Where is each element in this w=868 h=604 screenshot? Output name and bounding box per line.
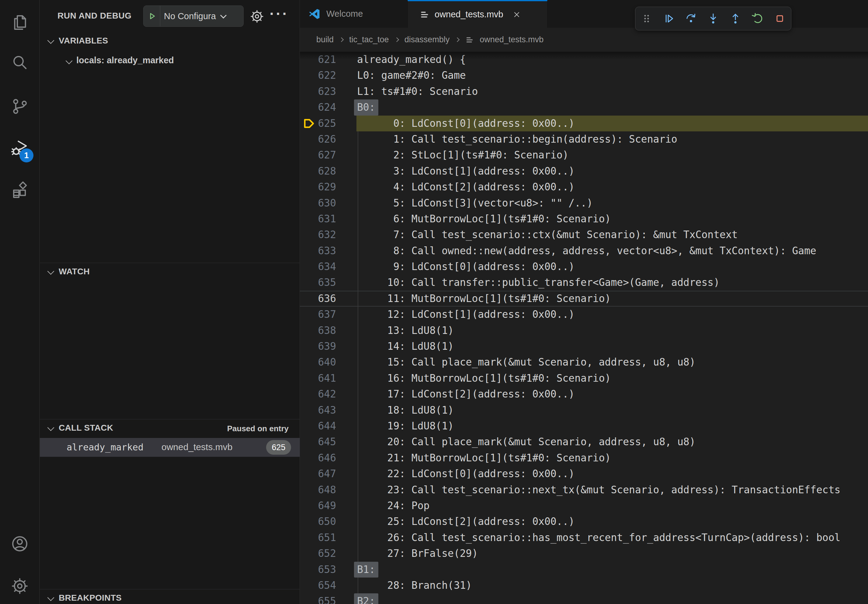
line-number[interactable]: 646 (300, 450, 336, 466)
code-line[interactable]: 652 27: BrFalse(29) (300, 546, 868, 561)
line-number[interactable]: 652 (300, 546, 336, 561)
code-line[interactable]: 651 26: Call test_scenario::has_most_rec… (300, 530, 868, 546)
code-line[interactable]: 649 24: Pop (300, 498, 868, 514)
drag-handle-icon[interactable] (640, 12, 653, 25)
settings-gear-icon[interactable] (10, 576, 29, 596)
code-line[interactable]: 635 10: Call transfer::public_transfer<G… (300, 275, 868, 290)
breadcrumb-item[interactable]: disassembly (405, 35, 450, 44)
line-number[interactable]: 634 (300, 259, 336, 275)
line-number[interactable]: 642 (300, 386, 336, 402)
code-line[interactable]: 624B0: (300, 99, 868, 115)
line-number[interactable]: 651 (300, 530, 336, 546)
code-line[interactable]: 640 15: Call place_mark(&mut Scenario, a… (300, 354, 868, 370)
code-line[interactable]: 648 23: Call test_scenario::next_tx(&mut… (300, 482, 868, 498)
code-line[interactable]: 645 20: Call place_mark(&mut Scenario, a… (300, 434, 868, 450)
search-icon[interactable] (10, 53, 29, 72)
code-line[interactable]: 629 4: LdConst[2](address: 0x00..) (300, 179, 868, 195)
line-number[interactable]: 640 (300, 354, 336, 370)
code-line[interactable]: 631 6: MutBorrowLoc[1](ts#1#0: Scenario) (300, 211, 868, 227)
line-number[interactable]: 633 (300, 243, 336, 259)
code-line[interactable]: 644 19: LdU8(1) (300, 418, 868, 434)
breadcrumb-file[interactable]: owned_tests.mvb (480, 35, 544, 44)
line-number[interactable]: 645 (300, 434, 336, 450)
code-line[interactable]: 650 25: LdConst[2](address: 0x00..) (300, 514, 868, 530)
code-line[interactable]: 639 14: LdU8(1) (300, 339, 868, 354)
code-line[interactable]: 636 11: MutBorrowLoc[1](ts#1#0: Scenario… (300, 291, 868, 307)
extensions-icon[interactable] (10, 181, 29, 201)
code-line[interactable]: 654 28: Branch(31) (300, 578, 868, 593)
section-variables[interactable]: VARIABLES (59, 36, 108, 46)
code-line[interactable]: 627 2: StLoc[1](ts#1#0: Scenario) (300, 147, 868, 163)
line-number[interactable]: 639 (300, 339, 336, 354)
debug-config-dropdown[interactable]: No Configura (143, 5, 243, 27)
line-number[interactable]: 623 (300, 84, 336, 99)
code-line[interactable]: 637 12: LdConst[1](address: 0x00..) (300, 307, 868, 322)
chevron-down-icon[interactable] (47, 37, 54, 44)
line-number[interactable]: 644 (300, 418, 336, 434)
chevron-down-icon[interactable] (47, 594, 54, 601)
line-number[interactable]: 628 (300, 163, 336, 179)
line-number[interactable]: 653 (300, 562, 336, 578)
breadcrumb-item[interactable]: build (316, 35, 334, 44)
code-line[interactable]: 623L1: ts#1#0: Scenario (300, 84, 868, 99)
call-stack-frame[interactable]: already_marked owned_tests.mvb 625 (40, 438, 300, 457)
code-line[interactable]: 643 18: LdU8(1) (300, 403, 868, 418)
more-actions-icon[interactable]: ··· (268, 5, 290, 22)
explorer-icon[interactable] (10, 12, 29, 32)
code-line[interactable]: 632 7: Call test_scenario::ctx(&mut Scen… (300, 227, 868, 243)
code-area[interactable]: 621already_marked() {622L0: game#2#0: Ga… (300, 52, 868, 604)
step-into-icon[interactable] (707, 12, 720, 25)
code-line[interactable]: 634 9: LdConst[0](address: 0x00..) (300, 259, 868, 275)
line-number[interactable]: 626 (300, 132, 336, 147)
tab-owned-tests[interactable]: owned_tests.mvb (408, 0, 547, 28)
line-number[interactable]: 643 (300, 403, 336, 418)
continue-icon[interactable] (662, 12, 676, 25)
section-call-stack[interactable]: CALL STACK (59, 423, 113, 433)
section-breakpoints[interactable]: BREAKPOINTS (59, 593, 122, 603)
code-line[interactable]: 630 5: LdConst[3](vector<u8>: "" /..) (300, 195, 868, 211)
code-line[interactable]: 646 21: MutBorrowLoc[1](ts#1#0: Scenario… (300, 450, 868, 466)
tab-welcome[interactable]: Welcome (300, 0, 408, 28)
variables-scope-locals[interactable]: locals: already_marked (76, 55, 174, 65)
step-out-icon[interactable] (729, 12, 742, 25)
line-number[interactable]: 637 (300, 307, 336, 322)
line-number[interactable]: 648 (300, 482, 336, 498)
restart-icon[interactable] (751, 12, 764, 25)
chevron-down-icon[interactable] (47, 424, 54, 431)
section-watch[interactable]: WATCH (59, 267, 90, 276)
code-line[interactable]: 625 0: LdConst[0](address: 0x00..) (300, 116, 868, 132)
line-number[interactable]: 647 (300, 466, 336, 482)
line-number[interactable]: 649 (300, 498, 336, 514)
line-number[interactable]: 630 (300, 195, 336, 211)
chevron-down-icon[interactable] (47, 268, 54, 275)
code-line[interactable]: 622L0: game#2#0: Game (300, 68, 868, 83)
account-icon[interactable] (10, 534, 29, 553)
line-number[interactable]: 655 (300, 593, 336, 604)
close-icon[interactable] (511, 9, 522, 20)
code-line[interactable]: 653B1: (300, 562, 868, 578)
line-number[interactable]: 638 (300, 323, 336, 339)
code-line[interactable]: 647 22: LdConst[0](address: 0x00..) (300, 466, 868, 482)
line-number[interactable]: 650 (300, 514, 336, 530)
line-number[interactable]: 654 (300, 578, 336, 593)
code-line[interactable]: 655B2: (300, 593, 868, 604)
code-line[interactable]: 642 17: LdConst[2](address: 0x00..) (300, 386, 868, 402)
line-number[interactable]: 632 (300, 227, 336, 243)
line-number[interactable]: 641 (300, 370, 336, 386)
line-number[interactable]: 621 (300, 52, 336, 68)
gear-icon[interactable] (249, 9, 265, 24)
chevron-down-icon[interactable] (66, 57, 73, 65)
code-line[interactable]: 628 3: LdConst[1](address: 0x00..) (300, 163, 868, 179)
line-number[interactable]: 631 (300, 211, 336, 227)
line-number[interactable]: 635 (300, 275, 336, 290)
code-line[interactable]: 641 16: MutBorrowLoc[1](ts#1#0: Scenario… (300, 370, 868, 386)
stop-icon[interactable] (773, 12, 786, 25)
code-line[interactable]: 626 1: Call test_scenario::begin(address… (300, 132, 868, 147)
line-number[interactable]: 636 (300, 291, 336, 306)
code-line[interactable]: 621already_marked() { (300, 52, 868, 68)
step-over-icon[interactable] (684, 12, 698, 25)
source-control-icon[interactable] (10, 97, 29, 116)
line-number[interactable]: 627 (300, 147, 336, 163)
code-line[interactable]: 638 13: LdU8(1) (300, 323, 868, 339)
line-number[interactable]: 624 (300, 99, 336, 115)
